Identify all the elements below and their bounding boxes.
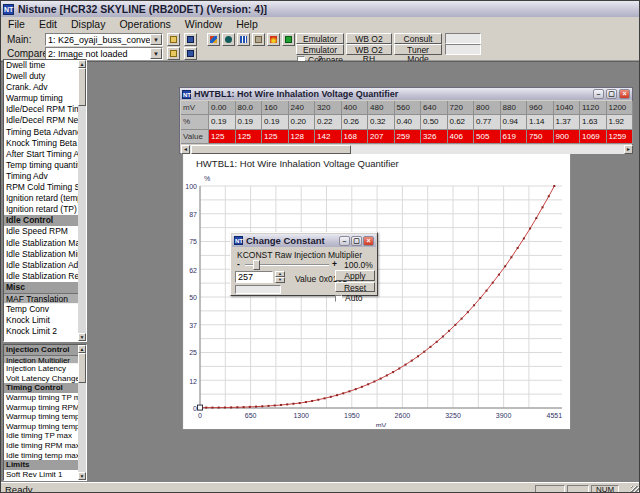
list-item-temp-timing-quantitive[interactable]: Temp timing quantitive	[4, 160, 78, 171]
table-cell[interactable]: 168	[342, 130, 369, 144]
scroll-up-icon[interactable]: ▲	[78, 60, 86, 68]
list-item-after-start-timing-advan[interactable]: After Start Timing Advan	[4, 149, 78, 160]
table-cell[interactable]: 480	[368, 101, 395, 115]
reset-button[interactable]: Reset	[335, 282, 375, 292]
list-item-ignition-retard-temp-[interactable]: Ignition retard (temp)	[4, 193, 78, 204]
table-cell[interactable]: 1.14	[527, 115, 554, 129]
list-item-idle-stablization-max[interactable]: Idle Stablization Max	[4, 238, 78, 249]
list-item-knock-limit-2[interactable]: Knock Limit 2	[4, 326, 78, 337]
open-compare-button[interactable]	[167, 47, 180, 60]
checkbox-icon[interactable]	[335, 295, 342, 302]
list-item-idle-stablization-min[interactable]: Idle Stablization Min	[4, 249, 78, 260]
table-cell[interactable]: 125	[262, 130, 289, 144]
table-cell[interactable]: 0.77	[474, 115, 501, 129]
table-cell[interactable]: 750	[527, 130, 554, 144]
list-item-crank-adv[interactable]: Crank. Adv	[4, 82, 78, 93]
hwtbl1-title-bar[interactable]: NT HWTBL1: Hot Wire Inhalation Voltage Q…	[180, 88, 632, 100]
table-cell[interactable]: 880	[501, 101, 528, 115]
list-item-ignition-retard-tp-[interactable]: Ignition retard (TP)	[4, 204, 78, 215]
table-cell[interactable]: 207	[368, 130, 395, 144]
table-cell[interactable]: 326	[421, 130, 448, 144]
list-item-warmup-timing-tp-max[interactable]: Warmup timing TP max	[4, 393, 78, 403]
parameter-list-top[interactable]: Dwell timeDwell dutyCrank. AdvWarmup tim…	[3, 59, 87, 342]
consult-button[interactable]: Consult	[394, 33, 442, 44]
parameter-list-bottom[interactable]: Injection ControlInjection MultiplierInj…	[3, 344, 87, 481]
table-cell[interactable]: 1069	[580, 130, 607, 144]
list-item-injection-control[interactable]: Injection Control	[4, 345, 78, 355]
wb-o2-lh-button[interactable]: WB O2 LH	[346, 33, 392, 44]
list-item-rpm-cold-timing-subtrac[interactable]: RPM Cold Timing Subtrac	[4, 182, 78, 193]
menu-help[interactable]: Help	[229, 18, 265, 30]
dialog-title-bar[interactable]: NT Change Constant – ▢ ×	[232, 234, 376, 247]
table-cell[interactable]: 960	[527, 101, 554, 115]
table-cell[interactable]: 505	[474, 130, 501, 144]
save-compare-button[interactable]	[184, 47, 197, 60]
table-cell[interactable]: 0.20	[289, 115, 316, 129]
table-cell[interactable]: 125	[236, 130, 263, 144]
spin-down-icon[interactable]: ▼	[275, 277, 285, 283]
table-cell[interactable]: 0.00	[209, 101, 236, 115]
list-item-injection-multiplier[interactable]: Injection Multiplier	[4, 355, 78, 365]
table-cell[interactable]: 400	[342, 101, 369, 115]
table-cell[interactable]: 320	[315, 101, 342, 115]
list-item-warmup-timing-temp-min[interactable]: Warmup timing temp min	[4, 422, 78, 432]
emulator1-button[interactable]: Emulator 1	[296, 33, 344, 44]
list-item-idle-decel-rpm-timing[interactable]: Idle/Decel RPM Timing	[4, 104, 78, 115]
list2-scrollbar[interactable]: ▲ ▼	[78, 345, 86, 480]
table-cell[interactable]: 1259	[607, 130, 634, 144]
table-cell[interactable]: 0.94	[501, 115, 528, 129]
list-item-dwell-duty[interactable]: Dwell duty	[4, 71, 78, 82]
list-item-temp-conv[interactable]: Temp Conv	[4, 304, 78, 315]
table-cell[interactable]: 1.37	[554, 115, 581, 129]
table-cell[interactable]: 0.19	[209, 115, 236, 129]
list-item-misc[interactable]: Misc	[4, 282, 78, 293]
table-cell[interactable]: 1200	[607, 101, 634, 115]
table-cell[interactable]: 560	[395, 101, 422, 115]
table-cell[interactable]: 1.63	[580, 115, 607, 129]
list-item-idle-timing-tp-max[interactable]: Idle timing TP max	[4, 431, 78, 441]
scroll-left-icon[interactable]: ◄	[181, 145, 190, 154]
value-spinner[interactable]: ▲ ▼	[275, 271, 285, 283]
list-item-idle-speed-rpm[interactable]: Idle Speed RPM	[4, 226, 78, 237]
minimize-button[interactable]: –	[339, 236, 350, 246]
list-item-idle-control[interactable]: Idle Control	[4, 215, 78, 226]
apply-button[interactable]: Apply	[335, 270, 375, 281]
close-button[interactable]: ×	[619, 89, 630, 99]
table-cell[interactable]: 0.50	[421, 115, 448, 129]
list-item-idle-timing-rpm-max[interactable]: Idle timing RPM max	[4, 441, 78, 451]
chevron-down-icon[interactable]: ▼	[150, 48, 162, 59]
scroll-up-icon[interactable]: ▲	[78, 345, 86, 353]
scroll-down-icon[interactable]: ▼	[78, 333, 86, 341]
globe-view-button[interactable]	[222, 33, 235, 46]
wb-o2-rh-button[interactable]: WB O2 RH	[346, 44, 392, 55]
scroll-thumb[interactable]	[191, 145, 351, 154]
main-image-combo[interactable]: 1: K26_oyaji_buss_convert ▼	[45, 33, 163, 46]
table-cell[interactable]: 80.0	[236, 101, 263, 115]
emulator2-button[interactable]: Emulator 2	[296, 44, 344, 55]
consult-log-button[interactable]	[282, 33, 295, 46]
list-item-warmup-timing[interactable]: Warmup timing	[4, 93, 78, 104]
maximize-button[interactable]: ▢	[606, 89, 617, 99]
tuner-mode-button[interactable]: Tuner Mode	[394, 44, 442, 55]
list1-scrollbar[interactable]: ▲ ▼	[78, 60, 86, 341]
table-cell[interactable]: 1.92	[607, 115, 634, 129]
maximize-button[interactable]: ▢	[351, 236, 362, 246]
table-cell[interactable]: 259	[395, 130, 422, 144]
menu-operations[interactable]: Operations	[112, 18, 177, 30]
map-view-button[interactable]	[252, 33, 265, 46]
scroll-down-icon[interactable]: ▼	[78, 472, 86, 480]
save-main-button[interactable]	[184, 33, 197, 46]
slider-thumb[interactable]	[253, 260, 260, 270]
flame-view-button[interactable]	[267, 33, 280, 46]
list-item-idle-decel-rpm-neutral-t[interactable]: Idle/Decel RPM Neutral T	[4, 115, 78, 126]
slider-minus-label[interactable]: -	[237, 259, 240, 269]
table-hscrollbar[interactable]: ◄ ►	[181, 145, 633, 154]
table-cell[interactable]: 406	[448, 130, 475, 144]
list-item-dwell-time[interactable]: Dwell time	[4, 60, 78, 71]
open-main-button[interactable]	[167, 33, 180, 46]
list-item-warmup-timing-temp-max[interactable]: Warmup timing temp max	[4, 412, 78, 422]
menu-file[interactable]: File	[1, 18, 32, 30]
table-cell[interactable]: 0.22	[315, 115, 342, 129]
list-item-knock-timing-beta-advan[interactable]: Knock Timing Beta Advan	[4, 138, 78, 149]
table-cell[interactable]: 0.32	[368, 115, 395, 129]
